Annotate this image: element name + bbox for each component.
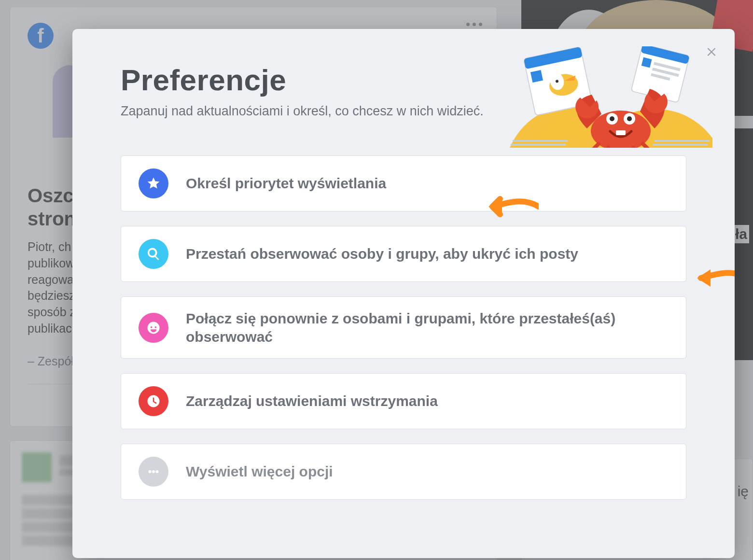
option-snooze[interactable]: Zarządzaj ustawieniami wstrzymania (121, 373, 686, 429)
ellipsis-icon (139, 457, 168, 487)
star-icon (139, 168, 168, 198)
option-label: Wyświetl więcej opcji (186, 462, 333, 481)
clock-icon (139, 386, 168, 416)
search-icon (139, 239, 168, 269)
option-unfollow[interactable]: Przestań obserwować osoby i grupy, aby u… (121, 226, 686, 282)
svg-point-29 (156, 470, 159, 473)
svg-point-28 (152, 470, 155, 473)
modal-header: Preferencje Zapanuj nad aktualnościami i… (72, 29, 735, 128)
option-label: Zarządzaj ustawieniami wstrzymania (186, 392, 438, 410)
svg-rect-11 (641, 46, 689, 64)
modal-subtitle: Zapanuj nad aktualnościami i określ, co … (121, 104, 686, 119)
option-label: Połącz się ponownie z osobami i grupami,… (186, 309, 669, 346)
svg-point-27 (149, 470, 152, 473)
modal-title: Preferencje (121, 63, 686, 97)
preferences-modal: Preferencje Zapanuj nad aktualnościami i… (72, 29, 735, 558)
option-prioritize[interactable]: Określ priorytet wyświetlania (121, 155, 686, 211)
option-more[interactable]: Wyświetl więcej opcji (121, 444, 686, 500)
option-label: Przestań obserwować osoby i grupy, aby u… (186, 245, 578, 263)
option-reconnect[interactable]: Połącz się ponownie z osobami i grupami,… (121, 296, 686, 359)
smile-icon (139, 313, 168, 343)
option-label: Określ priorytet wyświetlania (186, 174, 386, 193)
options-list: Określ priorytet wyświetlania Przestań o… (72, 128, 735, 519)
